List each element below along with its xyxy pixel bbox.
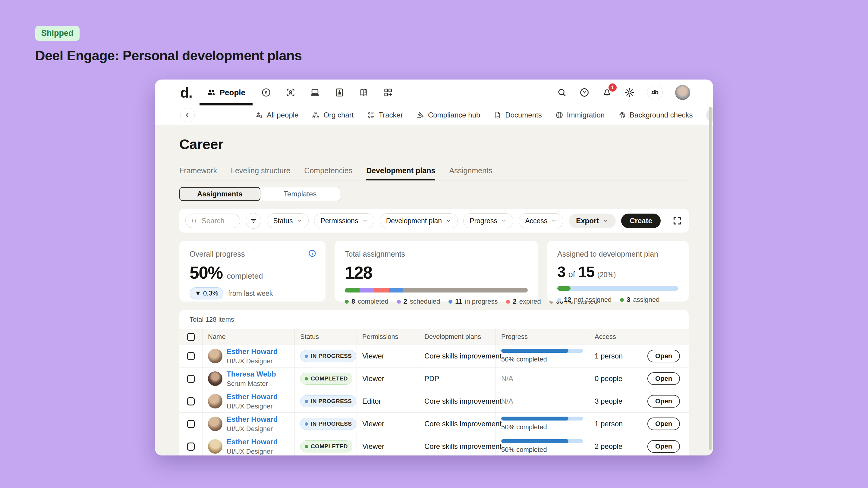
row-progress-fill	[501, 349, 568, 353]
search-box[interactable]	[185, 214, 240, 228]
tab-leveling-structure[interactable]: Leveling structure	[231, 166, 290, 180]
permissions-value: Viewer	[362, 420, 384, 428]
row-progress-bar	[501, 439, 583, 443]
status-badge: COMPLETED	[300, 441, 352, 452]
page-title: Deel Engage: Personal development plans	[35, 48, 302, 64]
row-checkbox[interactable]	[187, 375, 195, 383]
search-icon[interactable]	[557, 87, 567, 98]
team-switcher-button[interactable]	[647, 85, 663, 100]
subnav-item-all-people[interactable]: All people	[255, 111, 299, 119]
select-all-checkbox[interactable]	[187, 333, 195, 341]
subnav-item-documents[interactable]: Documents	[493, 111, 541, 119]
subnav-item-compliance-hub[interactable]: Compliance hub	[416, 111, 480, 119]
it-device-icon[interactable]	[310, 87, 320, 98]
filter-progress[interactable]: Progress	[463, 213, 513, 228]
filter-development-plan[interactable]: Development plan	[380, 213, 458, 228]
assigned-total: 15	[578, 263, 594, 281]
kebab-menu-icon[interactable]: ⋮	[685, 397, 689, 406]
person-name-link[interactable]: Theresa Webb	[227, 370, 276, 378]
person-name-link[interactable]: Esther Howard	[227, 392, 278, 401]
col-access[interactable]: Access	[589, 329, 642, 345]
filter-button[interactable]	[246, 213, 261, 229]
permissions-value: Editor	[362, 397, 381, 405]
handbook-icon[interactable]	[359, 87, 369, 98]
avatar	[208, 349, 222, 363]
hiring-scan-icon[interactable]	[285, 87, 296, 98]
person-name-link[interactable]: Esther Howard	[227, 415, 278, 424]
legend-dot-completed	[345, 300, 349, 304]
shipped-badge: Shipped	[35, 26, 80, 41]
fullscreen-icon[interactable]	[672, 216, 683, 226]
toggle-templates[interactable]: Templates	[260, 187, 341, 201]
row-checkbox[interactable]	[187, 420, 195, 428]
row-checkbox[interactable]	[187, 352, 195, 360]
person-name-link[interactable]: Esther Howard	[227, 438, 278, 446]
open-button[interactable]: Open	[647, 440, 680, 453]
permissions-value: Viewer	[362, 375, 384, 383]
payroll-dollar-icon[interactable]	[261, 87, 271, 98]
row-progress-fill	[501, 439, 568, 443]
kebab-menu-icon[interactable]: ⋮	[685, 374, 689, 383]
filter-permissions[interactable]: Permissions	[314, 213, 374, 228]
nav-right-group: 1	[557, 85, 690, 100]
create-button[interactable]: Create	[621, 214, 661, 228]
subnav-item-org-chart[interactable]: Org chart	[312, 111, 353, 119]
tab-assignments[interactable]: Assignments	[449, 166, 492, 180]
back-button[interactable]	[180, 108, 195, 122]
row-checkbox[interactable]	[187, 397, 195, 405]
apps-grid-icon[interactable]	[383, 87, 393, 98]
vertical-scrollbar[interactable]	[709, 107, 712, 450]
open-button[interactable]: Open	[647, 418, 680, 430]
tab-framework[interactable]: Framework	[179, 166, 217, 180]
career-tabs: Framework Leveling structure Competencie…	[179, 166, 689, 181]
person-name-link[interactable]: Esther Howard	[227, 347, 278, 356]
row-checkbox[interactable]	[187, 443, 195, 451]
filter-status[interactable]: Status	[267, 213, 309, 228]
col-progress[interactable]: Progress	[495, 329, 589, 345]
subnav-item-background-checks[interactable]: Background checks	[618, 111, 692, 119]
export-button[interactable]: Export	[569, 214, 616, 228]
gear-icon[interactable]	[624, 87, 635, 98]
col-permissions[interactable]: Permissions	[356, 329, 418, 345]
kebab-menu-icon[interactable]: ⋮	[685, 419, 689, 428]
analytics-icon[interactable]	[334, 87, 344, 98]
info-icon[interactable]	[308, 249, 316, 258]
deel-logo[interactable]: d.	[180, 86, 192, 100]
person-search-icon	[255, 111, 264, 119]
status-dot	[305, 445, 308, 448]
overall-progress-card: Overall progress 50% completed ▼ 0.3% fr…	[179, 241, 326, 301]
bar-segment-scheduled	[360, 288, 375, 293]
open-button[interactable]: Open	[647, 395, 680, 408]
notifications-button[interactable]: 1	[602, 87, 612, 98]
user-avatar[interactable]	[675, 85, 690, 100]
bar-segment-in-progress	[389, 288, 403, 293]
col-name[interactable]: Name	[202, 329, 294, 345]
tab-development-plans[interactable]: Development plans	[366, 166, 435, 180]
col-status[interactable]: Status	[294, 329, 356, 345]
filter-access[interactable]: Access	[519, 213, 563, 228]
document-icon	[493, 111, 502, 119]
fingerprint-icon	[618, 111, 626, 119]
toolbar-actions: Export Create	[569, 214, 683, 228]
subnav-item-immigration[interactable]: Immigration	[555, 111, 604, 119]
subnav-item-tracker[interactable]: Tracker	[367, 111, 403, 119]
status-badge: IN PROGRESS	[300, 350, 356, 362]
kebab-menu-icon[interactable]: ⋮	[685, 352, 689, 361]
tab-competencies[interactable]: Competencies	[304, 166, 352, 180]
open-button[interactable]: Open	[647, 372, 680, 385]
status-dot	[305, 377, 308, 381]
total-assignments-card: Total assignments 128 8completed 2schedu…	[335, 241, 538, 301]
progress-label: 50% completed	[501, 446, 547, 454]
open-button[interactable]: Open	[647, 350, 680, 362]
avatar	[208, 439, 222, 454]
gavel-icon	[416, 111, 425, 119]
col-development-plans[interactable]: Development plans	[418, 329, 495, 345]
notification-badge: 1	[609, 84, 617, 92]
kebab-menu-icon[interactable]: ⋮	[685, 442, 689, 451]
help-icon[interactable]	[579, 87, 590, 98]
toggle-assignments[interactable]: Assignments	[179, 187, 260, 201]
search-input[interactable]	[201, 216, 235, 225]
chevron-down-icon	[501, 218, 507, 224]
nav-tab-people[interactable]: People	[199, 79, 253, 105]
chevron-down-icon	[445, 218, 452, 224]
